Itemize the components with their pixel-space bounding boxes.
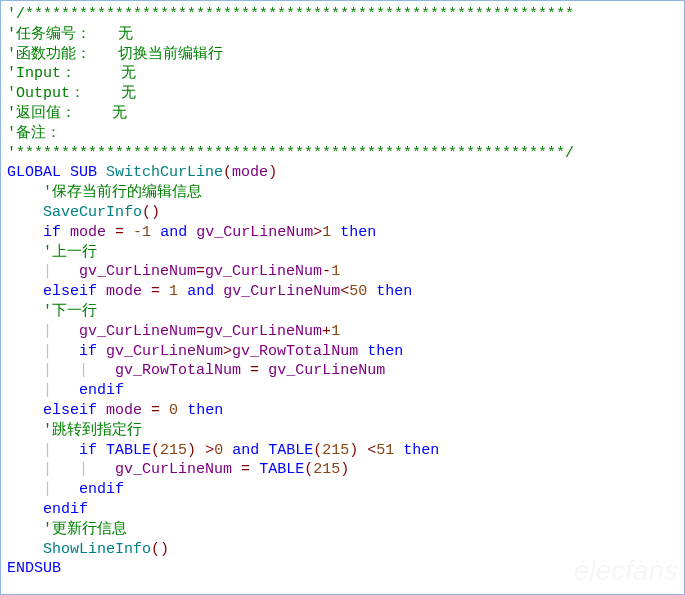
comment-retval: '返回值： 无 [7, 105, 127, 122]
comment-jump-line: '跳转到指定行 [43, 422, 142, 439]
indent-guide: | [43, 263, 79, 280]
comment-update-line: '更新行信息 [43, 521, 127, 538]
comment-output: 'Output： 无 [7, 85, 136, 102]
call-savecurinfo: SaveCurInfo [43, 204, 142, 221]
call-showlineinfo: ShowLineInfo [43, 541, 151, 558]
endsub: ENDSUB [7, 560, 61, 577]
comment-border-top: '/**************************************… [7, 6, 574, 23]
comment-task-no: '任务编号： 无 [7, 26, 133, 43]
comment-input: 'Input： 无 [7, 65, 136, 82]
comment-func-desc: '函数功能： 切换当前编辑行 [7, 46, 223, 63]
comment-save: '保存当前行的编辑信息 [43, 184, 202, 201]
comment-remark: '备注： [7, 125, 61, 142]
comment-border-bot: '***************************************… [7, 145, 574, 162]
comment-next-line: '下一行 [43, 303, 97, 320]
code-block: '/**************************************… [0, 0, 685, 595]
if-line: if mode = -1 and gv_CurLineNum>1 then [7, 223, 678, 243]
sub-decl: GLOBAL SUB SwitchCurLine(mode) [7, 163, 678, 183]
comment-prev-line: '上一行 [43, 244, 97, 261]
elseif-line-1: elseif mode = 1 and gv_CurLineNum<50 the… [7, 282, 678, 302]
elseif-line-2: elseif mode = 0 then [7, 401, 678, 421]
